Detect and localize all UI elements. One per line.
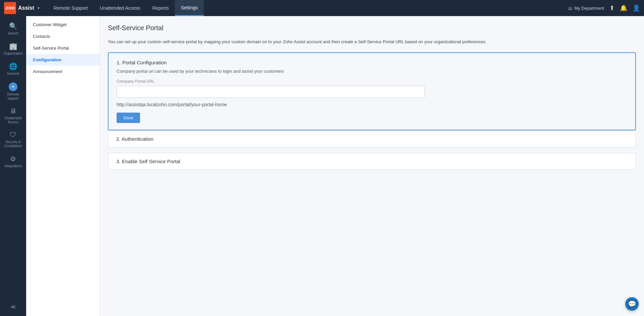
portal-config-section: 1. Portal Configuration Company portal u… — [108, 52, 636, 130]
department-icon: 🗂 — [568, 6, 572, 11]
enable-self-service-header[interactable]: 3. Enable Self Service Portal — [108, 153, 636, 170]
save-button[interactable]: Save — [117, 113, 140, 123]
sidebar-label-search: Search — [8, 31, 18, 36]
nav-settings[interactable]: Settings — [175, 0, 204, 16]
nav-reports[interactable]: Reports — [146, 0, 175, 16]
sidebar-item-search[interactable]: 🔍 Search — [0, 19, 26, 39]
content-area: Self-Service Portal You can set up your … — [100, 16, 644, 316]
organization-icon: 🏢 — [9, 42, 17, 50]
sidebar-item-integrations[interactable]: ⚙ Integrations — [0, 151, 26, 172]
department-label: My Department — [574, 6, 604, 11]
nav-unattended-access[interactable]: Unattended Access — [94, 0, 146, 16]
sidebar-bottom: ≪ — [0, 300, 26, 316]
enable-self-service-section: 3. Enable Self Service Portal — [108, 153, 636, 170]
page-description: You can set up your custom self-service … — [108, 39, 636, 46]
enable-self-service-title: Enable Self Service Portal — [122, 159, 180, 164]
portal-config-number: 1. — [117, 60, 122, 65]
second-sidebar-announcement[interactable]: Announcement — [26, 66, 100, 77]
zoho-logo: ZOHO — [4, 2, 16, 14]
general-icon: 🌐 — [9, 62, 17, 70]
second-sidebar-self-service-portal[interactable]: Self-Service Portal — [26, 42, 100, 54]
nav-right: 🗂 My Department ⬆ 🔔 👤 — [568, 4, 640, 12]
second-sidebar-contacts[interactable]: Contacts — [26, 30, 100, 42]
authentication-header[interactable]: 2. Authentication — [108, 131, 636, 147]
user-icon[interactable]: 👤 — [633, 4, 640, 12]
sidebar-label-security: Security & Compliance — [1, 140, 25, 148]
portal-url-preview: http://assistqa.localzoho.com/portal/you… — [117, 102, 627, 107]
left-sidebar: 🔍 Search 🏢 Organization 🌐 General + Remo… — [0, 16, 26, 316]
collapse-icon: ≪ — [10, 304, 16, 310]
remote-support-icon: + — [9, 82, 17, 91]
top-navigation: ZOHO Assist ▾ Remote Support Unattended … — [0, 0, 644, 16]
sidebar-item-unattended-access[interactable]: 🖥 Unattended Access — [0, 104, 26, 128]
portal-config-title: 1. Portal Configuration — [117, 60, 627, 65]
sidebar-label-general: General — [7, 72, 19, 76]
sidebar-collapse-button[interactable]: ≪ — [0, 300, 26, 313]
company-portal-url-label: Company Portal URL — [117, 79, 627, 84]
authentication-title: Authentication — [122, 136, 153, 142]
authentication-number: 2. — [116, 136, 122, 142]
page-title: Self-Service Portal — [108, 24, 636, 32]
sidebar-label-unattended-access: Unattended Access — [1, 116, 25, 124]
nav-remote-support[interactable]: Remote Support — [48, 0, 94, 16]
portal-config-desc: Company portal url can be used by your t… — [117, 69, 627, 74]
chat-icon: 💬 — [628, 300, 636, 308]
sidebar-label-integrations: Integrations — [4, 164, 22, 168]
second-sidebar-configuration[interactable]: Configuration — [26, 54, 100, 66]
sidebar-label-remote-support: Remote support — [1, 92, 25, 101]
main-layout: 🔍 Search 🏢 Organization 🌐 General + Remo… — [0, 16, 644, 316]
department-selector[interactable]: 🗂 My Department — [568, 6, 604, 11]
app-name: Assist — [18, 5, 34, 11]
sidebar-label-organization: Organization — [4, 52, 23, 56]
logo-area[interactable]: ZOHO Assist ▾ — [4, 2, 40, 14]
authentication-section: 2. Authentication — [108, 130, 636, 147]
chat-bubble[interactable]: 💬 — [625, 297, 639, 311]
upload-icon[interactable]: ⬆ — [609, 4, 615, 12]
portal-config-heading: Portal Configuration — [122, 60, 167, 65]
second-sidebar-customer-widget[interactable]: Customer Widget — [26, 19, 100, 30]
bell-icon[interactable]: 🔔 — [620, 4, 627, 12]
security-icon: 🛡 — [10, 131, 16, 139]
sidebar-item-security-compliance[interactable]: 🛡 Security & Compliance — [0, 128, 26, 151]
logo-dropdown-arrow[interactable]: ▾ — [38, 6, 40, 10]
integrations-icon: ⚙ — [10, 155, 16, 163]
sidebar-item-organization[interactable]: 🏢 Organization — [0, 39, 26, 59]
second-sidebar: Customer Widget Contacts Self-Service Po… — [26, 16, 100, 316]
nav-items: Remote Support Unattended Access Reports… — [48, 0, 568, 16]
search-icon: 🔍 — [9, 22, 17, 30]
enable-self-service-number: 3. — [116, 159, 122, 164]
unattended-access-icon: 🖥 — [10, 107, 16, 115]
company-portal-url-input[interactable] — [117, 86, 425, 98]
sidebar-item-remote-support[interactable]: + Remote support — [0, 79, 26, 104]
sidebar-item-general[interactable]: 🌐 General — [0, 59, 26, 79]
